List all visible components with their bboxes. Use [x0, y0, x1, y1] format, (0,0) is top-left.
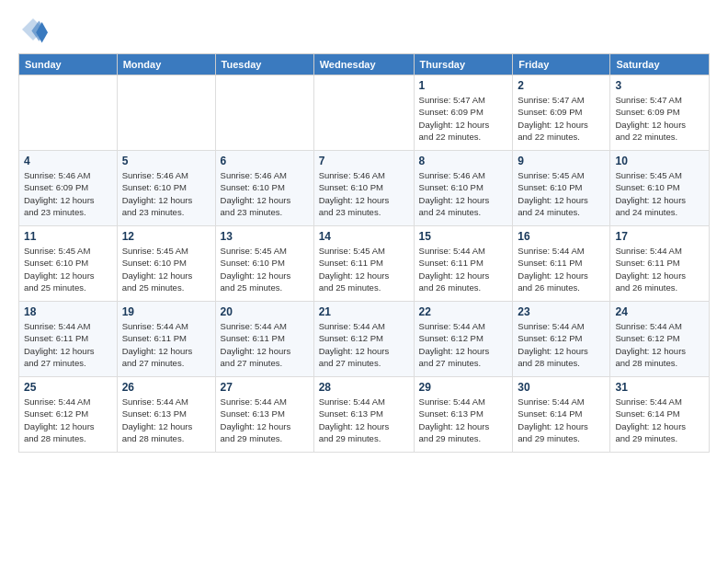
day-number: 23	[518, 305, 605, 318]
day-info: Sunrise: 5:45 AM Sunset: 6:10 PM Dayligh…	[24, 245, 112, 293]
day-info: Sunrise: 5:44 AM Sunset: 6:11 PM Dayligh…	[615, 245, 704, 293]
calendar-cell	[215, 75, 313, 151]
calendar-week-row: 1Sunrise: 5:47 AM Sunset: 6:09 PM Daylig…	[19, 75, 710, 151]
day-number: 7	[319, 155, 409, 167]
day-info: Sunrise: 5:47 AM Sunset: 6:09 PM Dayligh…	[615, 94, 704, 143]
day-number: 29	[419, 381, 508, 394]
calendar-body: 1Sunrise: 5:47 AM Sunset: 6:09 PM Daylig…	[19, 75, 710, 453]
day-info: Sunrise: 5:45 AM Sunset: 6:10 PM Dayligh…	[122, 245, 210, 293]
calendar-cell: 9Sunrise: 5:45 AM Sunset: 6:10 PM Daylig…	[513, 151, 610, 226]
day-number: 6	[221, 155, 309, 167]
calendar-week-row: 11Sunrise: 5:45 AM Sunset: 6:10 PM Dayli…	[19, 226, 710, 302]
day-number: 2	[518, 79, 605, 92]
day-info: Sunrise: 5:44 AM Sunset: 6:13 PM Dayligh…	[221, 396, 309, 444]
day-info: Sunrise: 5:44 AM Sunset: 6:12 PM Dayligh…	[615, 320, 704, 369]
day-info: Sunrise: 5:44 AM Sunset: 6:14 PM Dayligh…	[615, 396, 704, 444]
day-number: 5	[122, 155, 210, 167]
calendar-cell	[313, 75, 414, 151]
day-number: 1	[419, 79, 508, 92]
day-info: Sunrise: 5:45 AM Sunset: 6:10 PM Dayligh…	[221, 245, 309, 293]
day-info: Sunrise: 5:46 AM Sunset: 6:10 PM Dayligh…	[122, 169, 210, 218]
day-info: Sunrise: 5:46 AM Sunset: 6:10 PM Dayligh…	[221, 169, 309, 218]
day-info: Sunrise: 5:46 AM Sunset: 6:10 PM Dayligh…	[319, 169, 409, 218]
day-info: Sunrise: 5:47 AM Sunset: 6:09 PM Dayligh…	[518, 94, 605, 143]
day-info: Sunrise: 5:44 AM Sunset: 6:11 PM Dayligh…	[419, 245, 508, 293]
day-info: Sunrise: 5:44 AM Sunset: 6:12 PM Dayligh…	[24, 396, 112, 444]
calendar-header-cell: Sunday	[19, 54, 118, 75]
calendar-cell: 17Sunrise: 5:44 AM Sunset: 6:11 PM Dayli…	[610, 226, 710, 302]
calendar-cell: 2Sunrise: 5:47 AM Sunset: 6:09 PM Daylig…	[513, 75, 610, 151]
day-number: 4	[24, 155, 112, 167]
calendar-cell: 16Sunrise: 5:44 AM Sunset: 6:11 PM Dayli…	[513, 226, 610, 302]
day-number: 24	[615, 305, 704, 318]
day-number: 15	[419, 230, 508, 243]
day-number: 30	[518, 381, 605, 394]
calendar-cell: 28Sunrise: 5:44 AM Sunset: 6:13 PM Dayli…	[313, 377, 414, 453]
calendar-cell: 5Sunrise: 5:46 AM Sunset: 6:10 PM Daylig…	[117, 151, 215, 226]
day-number: 3	[615, 79, 704, 92]
day-info: Sunrise: 5:45 AM Sunset: 6:11 PM Dayligh…	[319, 245, 409, 293]
calendar-cell: 30Sunrise: 5:44 AM Sunset: 6:14 PM Dayli…	[513, 377, 610, 453]
calendar-cell: 14Sunrise: 5:45 AM Sunset: 6:11 PM Dayli…	[313, 226, 414, 302]
calendar-cell: 11Sunrise: 5:45 AM Sunset: 6:10 PM Dayli…	[19, 226, 118, 302]
calendar-header-cell: Wednesday	[313, 54, 414, 75]
day-info: Sunrise: 5:44 AM Sunset: 6:12 PM Dayligh…	[319, 320, 409, 369]
day-info: Sunrise: 5:44 AM Sunset: 6:12 PM Dayligh…	[419, 320, 508, 369]
day-info: Sunrise: 5:44 AM Sunset: 6:13 PM Dayligh…	[122, 396, 210, 444]
calendar-cell: 3Sunrise: 5:47 AM Sunset: 6:09 PM Daylig…	[610, 75, 710, 151]
calendar-table: SundayMondayTuesdayWednesdayThursdayFrid…	[18, 53, 710, 453]
day-number: 8	[419, 155, 508, 167]
day-number: 12	[122, 230, 210, 243]
day-info: Sunrise: 5:46 AM Sunset: 6:09 PM Dayligh…	[24, 169, 112, 218]
day-number: 27	[221, 381, 309, 394]
day-number: 10	[615, 155, 704, 167]
day-number: 18	[24, 305, 112, 318]
logo	[18, 15, 51, 44]
day-info: Sunrise: 5:44 AM Sunset: 6:13 PM Dayligh…	[319, 396, 409, 444]
calendar-cell: 15Sunrise: 5:44 AM Sunset: 6:11 PM Dayli…	[414, 226, 513, 302]
day-info: Sunrise: 5:44 AM Sunset: 6:13 PM Dayligh…	[419, 396, 508, 444]
day-info: Sunrise: 5:44 AM Sunset: 6:11 PM Dayligh…	[122, 320, 210, 369]
calendar-cell: 13Sunrise: 5:45 AM Sunset: 6:10 PM Dayli…	[215, 226, 313, 302]
calendar-cell: 19Sunrise: 5:44 AM Sunset: 6:11 PM Dayli…	[117, 302, 215, 377]
day-number: 31	[615, 381, 704, 394]
calendar-cell: 23Sunrise: 5:44 AM Sunset: 6:12 PM Dayli…	[513, 302, 610, 377]
day-number: 17	[615, 230, 704, 243]
calendar-week-row: 25Sunrise: 5:44 AM Sunset: 6:12 PM Dayli…	[19, 377, 710, 453]
calendar-cell: 26Sunrise: 5:44 AM Sunset: 6:13 PM Dayli…	[117, 377, 215, 453]
calendar-cell: 7Sunrise: 5:46 AM Sunset: 6:10 PM Daylig…	[313, 151, 414, 226]
calendar-header-cell: Saturday	[610, 54, 710, 75]
calendar-cell: 6Sunrise: 5:46 AM Sunset: 6:10 PM Daylig…	[215, 151, 313, 226]
calendar-cell	[19, 75, 118, 151]
day-info: Sunrise: 5:44 AM Sunset: 6:14 PM Dayligh…	[518, 396, 605, 444]
calendar-cell: 27Sunrise: 5:44 AM Sunset: 6:13 PM Dayli…	[215, 377, 313, 453]
day-info: Sunrise: 5:45 AM Sunset: 6:10 PM Dayligh…	[518, 169, 605, 218]
calendar-cell: 22Sunrise: 5:44 AM Sunset: 6:12 PM Dayli…	[414, 302, 513, 377]
calendar-week-row: 4Sunrise: 5:46 AM Sunset: 6:09 PM Daylig…	[19, 151, 710, 226]
day-number: 26	[122, 381, 210, 394]
day-number: 9	[518, 155, 605, 167]
day-number: 11	[24, 230, 112, 243]
day-info: Sunrise: 5:44 AM Sunset: 6:11 PM Dayligh…	[221, 320, 309, 369]
calendar-cell: 29Sunrise: 5:44 AM Sunset: 6:13 PM Dayli…	[414, 377, 513, 453]
day-info: Sunrise: 5:44 AM Sunset: 6:12 PM Dayligh…	[518, 320, 605, 369]
day-number: 16	[518, 230, 605, 243]
calendar-header-cell: Friday	[513, 54, 610, 75]
day-info: Sunrise: 5:47 AM Sunset: 6:09 PM Dayligh…	[419, 94, 508, 143]
day-info: Sunrise: 5:45 AM Sunset: 6:10 PM Dayligh…	[615, 169, 704, 218]
calendar-header-cell: Monday	[117, 54, 215, 75]
calendar-cell: 21Sunrise: 5:44 AM Sunset: 6:12 PM Dayli…	[313, 302, 414, 377]
page: SundayMondayTuesdayWednesdayThursdayFrid…	[0, 0, 728, 563]
day-number: 19	[122, 305, 210, 318]
day-number: 25	[24, 381, 112, 394]
calendar-week-row: 18Sunrise: 5:44 AM Sunset: 6:11 PM Dayli…	[19, 302, 710, 377]
calendar-cell: 8Sunrise: 5:46 AM Sunset: 6:10 PM Daylig…	[414, 151, 513, 226]
calendar-cell: 12Sunrise: 5:45 AM Sunset: 6:10 PM Dayli…	[117, 226, 215, 302]
calendar-cell: 10Sunrise: 5:45 AM Sunset: 6:10 PM Dayli…	[610, 151, 710, 226]
calendar-cell: 4Sunrise: 5:46 AM Sunset: 6:09 PM Daylig…	[19, 151, 118, 226]
calendar-cell: 1Sunrise: 5:47 AM Sunset: 6:09 PM Daylig…	[414, 75, 513, 151]
calendar-cell: 25Sunrise: 5:44 AM Sunset: 6:12 PM Dayli…	[19, 377, 118, 453]
calendar-header-row: SundayMondayTuesdayWednesdayThursdayFrid…	[19, 54, 710, 75]
day-number: 14	[319, 230, 409, 243]
calendar-header-cell: Tuesday	[215, 54, 313, 75]
